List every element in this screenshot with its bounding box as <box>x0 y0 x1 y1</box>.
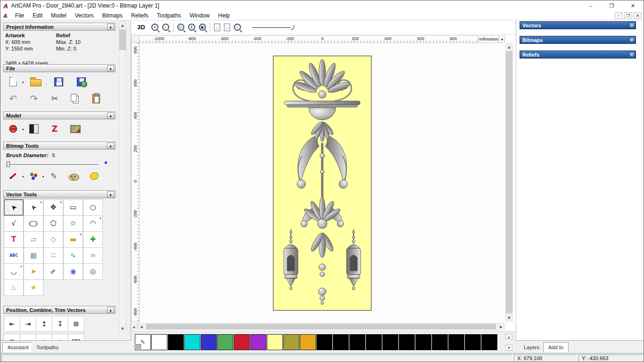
drawing-canvas[interactable] <box>140 43 505 322</box>
palette-swatch-7[interactable] <box>267 334 283 350</box>
zoom-100-icon[interactable]: 1 <box>188 24 195 31</box>
mdi-restore-icon[interactable]: ❐ <box>624 12 632 19</box>
palette-swatch-1[interactable] <box>168 334 184 350</box>
next-view-icon[interactable]: → <box>224 24 230 31</box>
paste-icon[interactable] <box>89 92 103 105</box>
palette-swatch-14[interactable] <box>382 334 398 350</box>
vectors-layer-header[interactable]: Vectors ▼ <box>520 21 636 29</box>
greyscale-view-icon[interactable] <box>27 122 41 135</box>
canvas-vertical-scrollbar[interactable]: ▲ ▼ <box>505 43 513 322</box>
node-editing-icon[interactable]: ➤▸ <box>24 199 43 216</box>
create-rectangle-icon[interactable]: ▭ <box>63 199 83 216</box>
collapse-icon[interactable]: ▲ <box>107 143 114 149</box>
wave-distort-icon[interactable]: ≈ <box>83 247 103 264</box>
new-model-icon[interactable]: ▸ <box>6 75 20 88</box>
create-sphere-icon[interactable]: ◉ <box>63 263 83 280</box>
palette-swatch-8[interactable] <box>283 334 299 350</box>
canvas-horizontal-scrollbar[interactable]: ▶ ◀ ▶ <box>131 323 505 330</box>
create-polygon-icon[interactable]: ⬠ <box>43 215 63 232</box>
units-dropdown-icon[interactable]: ▼ <box>499 36 504 42</box>
flood-fill-icon[interactable] <box>87 169 101 183</box>
menu-file[interactable]: File <box>11 11 28 20</box>
fit-curve-icon[interactable]: ∿ <box>63 247 83 264</box>
palette-swatch-19[interactable] <box>465 334 481 350</box>
palette-scrollbar[interactable]: ▲ ▼ <box>505 334 513 352</box>
palette-swatch-17[interactable] <box>432 334 448 350</box>
transform-vectors-icon[interactable]: ✥▸ <box>43 199 63 216</box>
create-arc-icon[interactable]: ◠▸ <box>83 215 103 232</box>
collapse-icon[interactable]: ▲ <box>107 191 114 197</box>
slider-track[interactable] <box>6 164 99 165</box>
menu-window[interactable]: Window <box>185 11 214 20</box>
bitmaps-dropdown-icon[interactable]: ▼ <box>628 37 635 43</box>
trim-vectors-icon[interactable]: ✂ <box>43 263 63 280</box>
palette-swatch-12[interactable] <box>349 334 365 350</box>
menu-toolpaths[interactable]: Toolpaths <box>153 11 185 20</box>
palette-swatch-0[interactable] <box>151 334 167 350</box>
palette-swatch-11[interactable] <box>333 334 349 350</box>
menu-reliefs[interactable]: Reliefs <box>127 11 153 20</box>
scroll-down-icon[interactable]: ▼ <box>119 325 126 332</box>
palette-swatch-16[interactable] <box>415 334 431 350</box>
assistant-scrollbar[interactable]: ▲ ▼ <box>119 21 126 333</box>
collapse-icon[interactable]: ▲ <box>107 112 114 118</box>
create-star-icon[interactable]: ☆ <box>63 215 83 232</box>
relief-wizard-icon[interactable]: ☻▸ <box>6 122 20 135</box>
minimize-icon[interactable]: – <box>580 0 601 11</box>
palette-swatch-10[interactable] <box>316 334 332 350</box>
scroll-up-icon[interactable]: ▲ <box>119 22 126 29</box>
reliefs-dropdown-icon[interactable]: ▼ <box>628 51 635 58</box>
undo-icon[interactable]: ↶ <box>6 92 20 105</box>
create-ellipse-icon[interactable]: ○ <box>24 215 43 232</box>
text-block-icon[interactable]: ABC <box>4 247 24 264</box>
palette-swatch-2[interactable] <box>184 334 200 350</box>
palette-swatch-15[interactable] <box>399 334 415 350</box>
align-bottom-icon[interactable]: ↧ <box>52 316 68 332</box>
scroll-up-icon[interactable]: ▲ <box>506 43 512 51</box>
tab-assistant[interactable]: Assistant <box>2 342 34 352</box>
draw-pencil-icon[interactable]: ✎ <box>47 169 61 183</box>
zoom-objects-icon[interactable]: ○ <box>234 24 241 31</box>
slice-vectors-icon[interactable]: ∴ <box>36 334 52 340</box>
menu-bitmaps[interactable]: Bitmaps <box>98 11 127 20</box>
collapse-icon[interactable]: ▲ <box>107 65 114 71</box>
nesting-icon[interactable]: NES <box>68 334 84 340</box>
paint-brush-icon[interactable]: ▸ <box>6 169 20 183</box>
vector-boundary-icon[interactable]: ♨ <box>4 279 24 296</box>
palette-scroll-up-icon[interactable]: ▲ <box>505 334 512 340</box>
menu-vectors[interactable]: Vectors <box>71 11 98 20</box>
measure-tool-icon[interactable]: ▬▸ <box>63 231 83 248</box>
zoom-out-icon[interactable]: − <box>162 24 169 31</box>
brush-diameter-slider[interactable] <box>6 161 99 168</box>
menu-edit[interactable]: Edit <box>28 11 47 20</box>
palette-swatch-4[interactable] <box>217 334 233 350</box>
palette-swatch-5[interactable] <box>234 334 250 350</box>
bitmaps-layer-header[interactable]: Bitmaps ▼ <box>520 36 636 44</box>
palette-scroll-down-icon[interactable]: ▼ <box>505 345 512 351</box>
bitmap-image-icon[interactable] <box>68 122 83 135</box>
zoom-fit-icon[interactable]: ▣ <box>199 24 206 31</box>
offset-vectors-icon[interactable]: ▱ <box>24 231 43 248</box>
menu-help[interactable]: Help <box>214 11 234 20</box>
collapse-icon[interactable]: ▲ <box>107 307 114 313</box>
snap-target-icon[interactable]: ◎ <box>83 263 103 280</box>
restore-icon[interactable]: ❐ <box>601 0 622 11</box>
magic-star-icon[interactable]: ★ <box>24 279 43 296</box>
vectors-dropdown-icon[interactable]: ▼ <box>628 22 635 28</box>
select-vectors-icon[interactable]: ➤ <box>4 199 24 216</box>
save-model-icon[interactable] <box>51 75 66 88</box>
smooth-relief-icon[interactable]: Z <box>48 122 62 135</box>
horizontal-scroll-thumb[interactable] <box>146 324 496 329</box>
scroll-right-icon[interactable]: ▶ <box>498 323 504 330</box>
tab-toolpaths[interactable]: Toolpaths <box>32 342 63 352</box>
palette-special-swatch[interactable]: ✎ <box>135 334 151 350</box>
create-text-icon[interactable]: T <box>4 231 24 248</box>
zoom-window-icon[interactable]: ▭ <box>177 24 184 31</box>
palette-swatch-3[interactable] <box>201 334 217 350</box>
zoom-in-icon[interactable]: + <box>151 24 158 31</box>
join-close-vectors-icon[interactable]: ◡▸ <box>4 263 24 280</box>
palette-swatch-18[interactable] <box>448 334 464 350</box>
vertical-scroll-thumb[interactable] <box>506 51 512 313</box>
redo-icon[interactable]: ↷ <box>27 92 41 105</box>
align-top-icon[interactable]: ↥ <box>36 316 52 332</box>
